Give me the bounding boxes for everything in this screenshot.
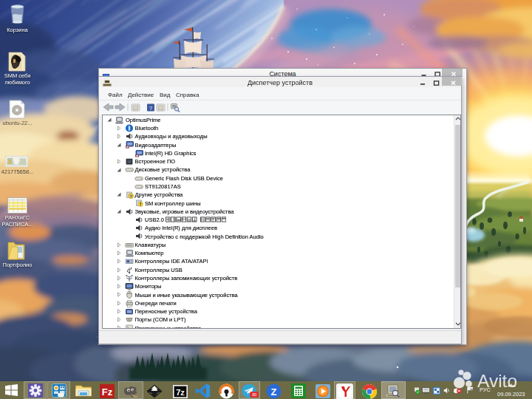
svg-text:Fz: Fz (102, 386, 113, 398)
svg-text:Avito: Avito (477, 371, 517, 391)
svg-text:Z: Z (271, 386, 277, 398)
svg-text:?: ? (149, 105, 153, 112)
svg-text:?: ? (129, 194, 132, 199)
svg-text:7z: 7z (176, 388, 185, 397)
